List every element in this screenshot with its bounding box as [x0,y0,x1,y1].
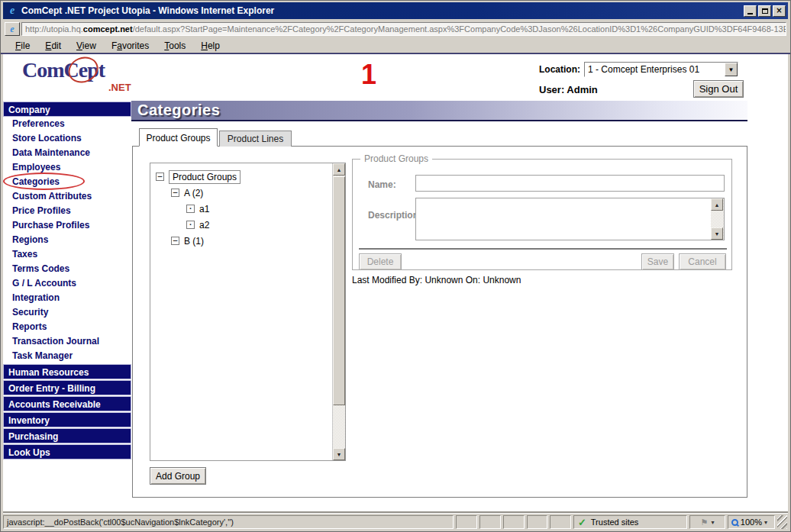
sidebar-item-terms-codes[interactable]: Terms Codes [3,262,131,276]
zoom-magnifier-icon [731,519,738,526]
title-bar: e ComCept .NET Project Utopia - Windows … [3,2,788,19]
product-groups-fieldset: Product Groups Name: Description: ▲ ▼ De… [352,159,732,270]
sidebar-item-custom-attributes[interactable]: Custom Attributes [3,189,131,204]
tree-node-label[interactable]: A (2) [184,188,203,198]
address-bar: e http://utopia.hq.comcept.net/default.a… [3,21,788,37]
zoom-level: 100% [741,517,762,527]
sidebar-item-transaction-journal[interactable]: Transaction Journal [3,334,131,349]
menu-edit[interactable]: Edit [37,39,69,53]
resize-grip[interactable] [777,515,787,529]
minimize-icon [747,13,753,15]
sidebar-item-integration[interactable]: Integration [3,291,131,305]
page-area: ComCept .NET 1 Location: 1 - Comcept Ent… [3,54,788,512]
url-field[interactable]: http://utopia.hq.comcept.net/default.asp… [21,22,786,36]
save-button[interactable]: Save [641,253,674,270]
sidebar-item-employees[interactable]: Employees [3,160,131,175]
description-scrollbar[interactable]: ▲ ▼ [711,198,724,240]
sidebar-item-data-maintenance[interactable]: Data Maintenance [3,146,131,160]
menu-view[interactable]: View [69,39,104,53]
zoom-control[interactable]: 100% ▾ [728,515,775,529]
tree-scrollbar[interactable]: ▲ ▼ [332,163,345,460]
status-segment [527,515,548,529]
sidebar-header-order-entry-billing[interactable]: Order Entry - Billing [3,380,131,395]
maximize-button[interactable] [758,5,771,17]
menu-favorites[interactable]: Favorites [104,39,157,53]
logo-net-suffix: .NET [108,82,131,93]
tree-node-label[interactable]: B (1) [184,236,204,247]
security-zone-segment: ✓ Trusted sites [573,515,687,529]
tab-product-groups[interactable]: Product Groups [139,128,218,147]
tree-node-b-1[interactable]: −B (1) [171,233,332,249]
collapse-icon[interactable]: − [171,237,179,245]
sidebar-item-taxes[interactable]: Taxes [3,247,131,262]
sidebar-item-security[interactable]: Security [3,305,131,320]
tree-node-a1[interactable]: ·a1 [186,201,332,217]
location-row: Location: 1 - Comcept Enterprises 01 ▼ [539,62,745,77]
sidebar-item-store-locations[interactable]: Store Locations [3,131,131,146]
add-group-button[interactable]: Add Group [150,467,206,485]
sign-out-button[interactable]: Sign Out [693,80,744,98]
status-segment [503,515,525,529]
sidebar-header-company[interactable]: Company [3,102,131,117]
status-link-text: javascript:__doPostBack('ctl00$ucNavigat… [3,515,454,529]
scroll-down-icon[interactable]: ▼ [333,448,345,460]
sidebar-header-inventory[interactable]: Inventory [3,412,131,427]
page-icon: e [5,22,20,36]
sidebar-item-price-profiles[interactable]: Price Profiles [3,204,131,218]
scroll-up-icon[interactable]: ▲ [333,163,345,176]
scroll-down-icon[interactable]: ▼ [711,227,723,240]
name-field[interactable] [415,175,725,192]
trusted-sites-label: Trusted sites [591,517,639,527]
sidebar-nav: CompanyPreferencesStore LocationsData Ma… [3,101,131,512]
page-title: Categories [131,101,747,121]
tree-node-label[interactable]: a1 [199,204,209,214]
sidebar-header-human-resources[interactable]: Human Resources [3,364,131,379]
scrollbar-thumb[interactable] [333,176,345,405]
sidebar-item-preferences[interactable]: Preferences [3,117,131,131]
comcept-logo: ComCept .NET [22,58,152,98]
description-field[interactable] [416,198,711,240]
sidebar-item-categories[interactable]: Categories [3,175,131,189]
status-segment [479,515,501,529]
location-selected-value: 1 - Comcept Enterprises 01 [585,64,725,75]
fieldset-legend: Product Groups [360,153,432,164]
tree-node-list: −Product Groups−A (2)·a1·a2−B (1) [150,163,332,460]
status-bar: javascript:__doPostBack('ctl00$ucNavigat… [3,513,788,530]
protected-mode-icon: ⚑ [701,517,709,527]
status-segment [550,515,571,529]
tab-product-lines[interactable]: Product Lines [219,131,292,147]
menu-file[interactable]: File [8,39,37,53]
sidebar-header-purchasing[interactable]: Purchasing [3,428,131,443]
location-label: Location: [539,64,580,75]
sidebar-item-task-manager[interactable]: Task Manager [3,349,131,363]
minimize-button[interactable] [744,5,757,17]
url-path: /default.aspx?StartPage=Maintenance%2FCa… [133,24,786,34]
collapse-icon[interactable]: − [156,172,164,181]
tree-node-product-groups[interactable]: −Product Groups [156,169,332,185]
sidebar-item-purchase-profiles[interactable]: Purchase Profiles [3,218,131,233]
location-select[interactable]: 1 - Comcept Enterprises 01 ▼ [584,62,738,77]
user-label: User: Admin [539,84,598,95]
tree-node-a-2[interactable]: −A (2) [171,185,332,201]
leaf-node-icon[interactable]: · [186,205,195,213]
protected-mode-segment[interactable]: ⚑ ▾ [689,515,725,529]
content-panel: −Product Groups−A (2)·a1·a2−B (1) ▲ ▼ Ad… [132,146,747,498]
location-dropdown-icon[interactable]: ▼ [725,63,738,76]
sidebar-header-look-ups[interactable]: Look Ups [3,444,131,459]
collapse-icon[interactable]: − [171,189,179,197]
trusted-check-icon: ✓ [578,517,586,528]
leaf-node-icon[interactable]: · [186,221,195,229]
scroll-up-icon[interactable]: ▲ [711,198,723,211]
close-button[interactable]: × [773,5,786,17]
menu-tools[interactable]: Tools [157,39,193,53]
menu-help[interactable]: Help [193,39,228,53]
delete-button[interactable]: Delete [359,253,402,270]
sidebar-item-reports[interactable]: Reports [3,320,131,334]
cancel-button[interactable]: Cancel [679,253,726,270]
tree-node-label[interactable]: a2 [199,220,209,231]
sidebar-item-regions[interactable]: Regions [3,233,131,247]
tree-node-a2[interactable]: ·a2 [186,217,332,233]
sidebar-header-accounts-receivable[interactable]: Accounts Receivable [3,396,131,411]
sidebar-item-g-l-accounts[interactable]: G / L Accounts [3,276,131,291]
tree-node-label[interactable]: Product Groups [169,170,241,184]
